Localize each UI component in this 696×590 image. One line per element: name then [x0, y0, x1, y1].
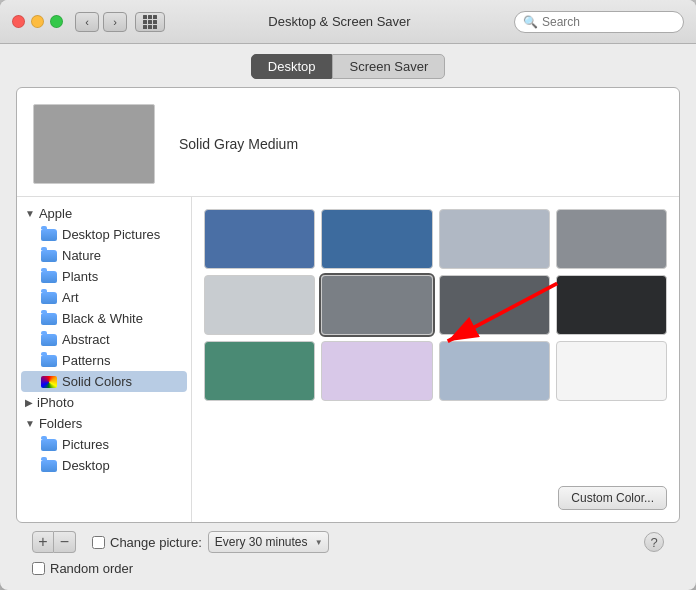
sidebar-item-patterns[interactable]: Patterns — [17, 350, 191, 371]
close-button[interactable] — [12, 15, 25, 28]
tabbar: Desktop Screen Saver — [0, 44, 696, 87]
sidebar-item-art[interactable]: Art — [17, 287, 191, 308]
color-swatch-gray-dark[interactable] — [556, 209, 667, 269]
grid-icon — [143, 15, 157, 29]
search-icon: 🔍 — [523, 15, 538, 29]
browser-area: ▼ Apple Desktop Pictures Nature Plants — [17, 197, 679, 522]
sidebar-item-label: Abstract — [62, 332, 110, 347]
folder-icon — [41, 292, 57, 304]
search-box[interactable]: 🔍 — [514, 11, 684, 33]
folder-icon — [41, 439, 57, 451]
folder-icon — [41, 250, 57, 262]
interval-dropdown[interactable]: Every 30 minutesEvery 5 secondsEvery min… — [208, 531, 329, 553]
sidebar-item-black-white[interactable]: Black & White — [17, 308, 191, 329]
folder-icon — [41, 355, 57, 367]
sidebar-item-solid-colors[interactable]: Solid Colors — [21, 371, 187, 392]
preview-area: Solid Gray Medium — [17, 88, 679, 197]
grid-view-button[interactable] — [135, 12, 165, 32]
add-button[interactable]: + — [32, 531, 54, 553]
triangle-down-icon: ▼ — [25, 418, 35, 429]
sidebar-section-apple[interactable]: ▼ Apple — [17, 203, 191, 224]
color-swatch-blue-mist[interactable] — [439, 341, 550, 401]
search-input[interactable] — [542, 15, 675, 29]
remove-button[interactable]: − — [54, 531, 76, 553]
nav-buttons: ‹ › — [75, 12, 165, 32]
color-swatch-gray-lighter[interactable] — [204, 275, 315, 335]
window: ‹ › Desktop & Screen Saver 🔍 Desktop Scr… — [0, 0, 696, 590]
sidebar-item-label: Desktop — [62, 458, 110, 473]
sidebar-item-label: Pictures — [62, 437, 109, 452]
folder-icon — [41, 313, 57, 325]
back-button[interactable]: ‹ — [75, 12, 99, 32]
maximize-button[interactable] — [50, 15, 63, 28]
triangle-right-icon: ▶ — [25, 397, 33, 408]
bottom-bar: + − Change picture: Every 30 minutesEver… — [16, 523, 680, 561]
sidebar-item-label: Patterns — [62, 353, 110, 368]
color-swatch-teal[interactable] — [204, 341, 315, 401]
forward-button[interactable]: › — [103, 12, 127, 32]
traffic-lights — [12, 15, 63, 28]
color-swatch-blue-steel[interactable] — [204, 209, 315, 269]
sidebar-item-label: Art — [62, 290, 79, 305]
sidebar-item-desktop-folder[interactable]: Desktop — [17, 455, 191, 476]
add-remove-buttons: + − — [32, 531, 76, 553]
sidebar-section-apple-label: Apple — [39, 206, 72, 221]
color-swatch-white[interactable] — [556, 341, 667, 401]
color-grid-area: Custom Color... — [192, 197, 679, 522]
preview-image — [33, 104, 155, 184]
change-picture-label: Change picture: — [110, 535, 202, 550]
titlebar: ‹ › Desktop & Screen Saver 🔍 — [0, 0, 696, 44]
sidebar-item-label: Nature — [62, 248, 101, 263]
change-picture-checkbox-label[interactable]: Change picture: — [92, 535, 202, 550]
color-swatch-black[interactable] — [556, 275, 667, 335]
sidebar-section-iphoto-label: iPhoto — [37, 395, 74, 410]
minimize-button[interactable] — [31, 15, 44, 28]
random-order-label: Random order — [50, 561, 133, 576]
interval-dropdown-wrapper: Every 30 minutesEvery 5 secondsEvery min… — [208, 531, 329, 553]
content-panel: Solid Gray Medium ▼ Apple Desktop Pictur… — [16, 87, 680, 523]
main-content: Solid Gray Medium ▼ Apple Desktop Pictur… — [0, 87, 696, 590]
custom-color-button[interactable]: Custom Color... — [558, 486, 667, 510]
sidebar-item-pictures[interactable]: Pictures — [17, 434, 191, 455]
sidebar-item-label: Plants — [62, 269, 98, 284]
sidebar-item-desktop-pictures[interactable]: Desktop Pictures — [17, 224, 191, 245]
sidebar-item-label: Black & White — [62, 311, 143, 326]
folder-icon — [41, 229, 57, 241]
triangle-down-icon: ▼ — [25, 208, 35, 219]
change-picture-row: Change picture: Every 30 minutesEvery 5 … — [92, 531, 329, 553]
sidebar-item-plants[interactable]: Plants — [17, 266, 191, 287]
color-swatch-gray-light[interactable] — [439, 209, 550, 269]
color-swatch-gray-medium[interactable] — [321, 275, 432, 335]
sidebar-item-label: Solid Colors — [62, 374, 132, 389]
folder-icon — [41, 460, 57, 472]
sidebar-item-abstract[interactable]: Abstract — [17, 329, 191, 350]
color-grid — [204, 209, 667, 401]
random-order-checkbox[interactable] — [32, 562, 45, 575]
random-order-checkbox-label[interactable]: Random order — [32, 561, 133, 576]
preview-label: Solid Gray Medium — [179, 136, 298, 152]
tab-desktop[interactable]: Desktop — [251, 54, 333, 79]
sidebar-section-folders-label: Folders — [39, 416, 82, 431]
sidebar-section-iphoto[interactable]: ▶ iPhoto — [17, 392, 191, 413]
color-swatch-blue-medium[interactable] — [321, 209, 432, 269]
solid-colors-icon — [41, 376, 57, 388]
window-title: Desktop & Screen Saver — [165, 14, 514, 29]
tab-screensaver[interactable]: Screen Saver — [332, 54, 445, 79]
color-swatch-lavender-light[interactable] — [321, 341, 432, 401]
sidebar-section-folders[interactable]: ▼ Folders — [17, 413, 191, 434]
sidebar: ▼ Apple Desktop Pictures Nature Plants — [17, 197, 192, 522]
folder-icon — [41, 271, 57, 283]
change-picture-checkbox[interactable] — [92, 536, 105, 549]
folder-icon — [41, 334, 57, 346]
color-swatch-gray-darker[interactable] — [439, 275, 550, 335]
sidebar-item-nature[interactable]: Nature — [17, 245, 191, 266]
sidebar-item-label: Desktop Pictures — [62, 227, 160, 242]
random-order-row: Random order — [16, 561, 680, 582]
help-button[interactable]: ? — [644, 532, 664, 552]
